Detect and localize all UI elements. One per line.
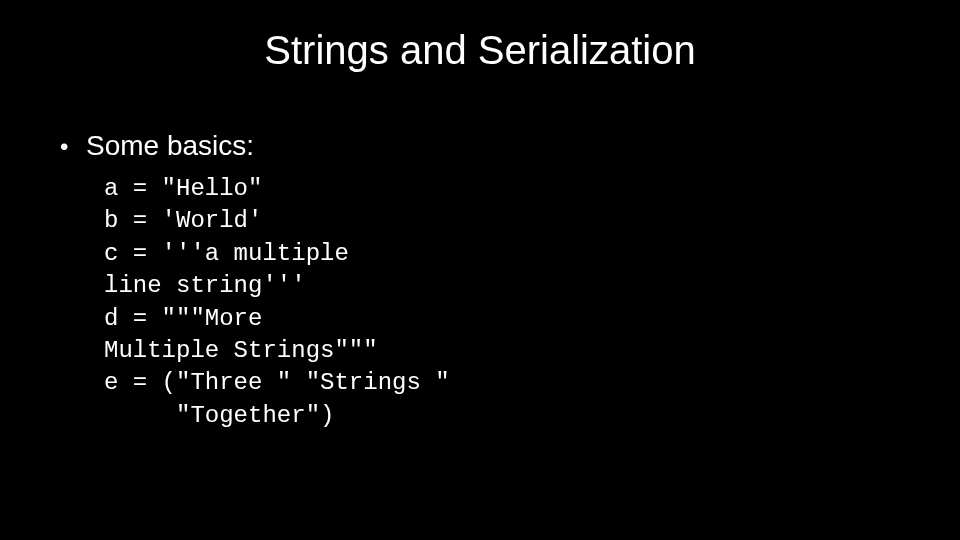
code-block: a = "Hello" b = 'World' c = '''a multipl… — [104, 173, 900, 432]
bullet-item: • Some basics: — [60, 128, 900, 163]
bullet-dot-icon: • — [60, 132, 86, 162]
bullet-text: Some basics: — [86, 128, 254, 163]
slide-body: • Some basics: a = "Hello" b = 'World' c… — [60, 128, 900, 432]
slide-title: Strings and Serialization — [0, 28, 960, 73]
slide: Strings and Serialization • Some basics:… — [0, 0, 960, 540]
